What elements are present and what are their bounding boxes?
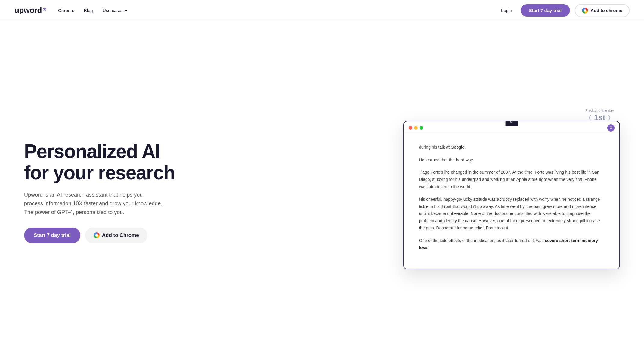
browser-dot-yellow (414, 126, 418, 130)
browser-dots (409, 126, 423, 130)
chrome-icon (582, 8, 588, 14)
browser-para-4: His cheerful, happy-go-lucky attitude wa… (419, 196, 604, 232)
hero-buttons: Start 7 day trial Add to Chrome (24, 228, 175, 243)
nav-link-use-cases[interactable]: Use cases (103, 8, 127, 13)
browser-para-1: during his talk at Google. (419, 144, 604, 151)
browser-close-button[interactable] (607, 124, 615, 132)
product-badge: Product of the day ❬ 1st ❭ (585, 109, 614, 122)
browser-dot-green (420, 126, 423, 130)
logo-asterisk: * (43, 6, 46, 15)
nav-links: Careers Blog Use cases (58, 8, 127, 13)
nav-left: upword* Careers Blog Use cases (14, 6, 127, 15)
login-button[interactable]: Login (497, 5, 516, 15)
browser-content: during his talk at Google. He learned th… (404, 135, 619, 269)
hero-content: Personalized AI for your research Upword… (24, 141, 175, 243)
nav-link-blog[interactable]: Blog (84, 8, 93, 13)
start-trial-button[interactable]: Start 7 day trial (521, 4, 570, 17)
hero-section: Personalized AI for your research Upword… (0, 21, 644, 357)
hero-subtitle: Upword is an AI research assistant that … (24, 191, 163, 216)
hero-visual: Product of the day ❬ 1st ❭ u (175, 115, 620, 270)
nav-link-careers[interactable]: Careers (58, 8, 74, 13)
browser-para-3: Tiago Forte's life changed in the summer… (419, 169, 604, 190)
hero-trial-button[interactable]: Start 7 day trial (24, 228, 80, 243)
hero-title: Personalized AI for your research (24, 141, 175, 183)
navbar: upword* Careers Blog Use cases Login Sta… (0, 0, 644, 21)
laurel-right-icon: ❭ (607, 114, 611, 121)
nav-right: Login Start 7 day trial Add to chrome (497, 4, 630, 17)
talk-at-google-link[interactable]: talk at Google (438, 145, 464, 150)
product-label: Product of the day (585, 109, 614, 112)
logo[interactable]: upword* (14, 6, 46, 15)
chrome-icon-hero (94, 232, 100, 238)
browser-mockup: u during his talk at Google. He learned … (403, 121, 620, 270)
chevron-down-icon (125, 10, 127, 11)
browser-para-2: He learned that the hard way. (419, 157, 604, 164)
browser-dot-red (409, 126, 412, 130)
hero-chrome-button[interactable]: Add to Chrome (85, 228, 147, 243)
laurel-left-icon: ❬ (588, 114, 592, 121)
logo-text: upword (14, 6, 42, 15)
bold-phrase: severe short-term memory loss. (419, 238, 598, 250)
browser-para-5: One of the side effects of the medicatio… (419, 237, 604, 252)
upword-panel-tab: u (506, 121, 518, 126)
add-to-chrome-nav-button[interactable]: Add to chrome (575, 4, 630, 17)
